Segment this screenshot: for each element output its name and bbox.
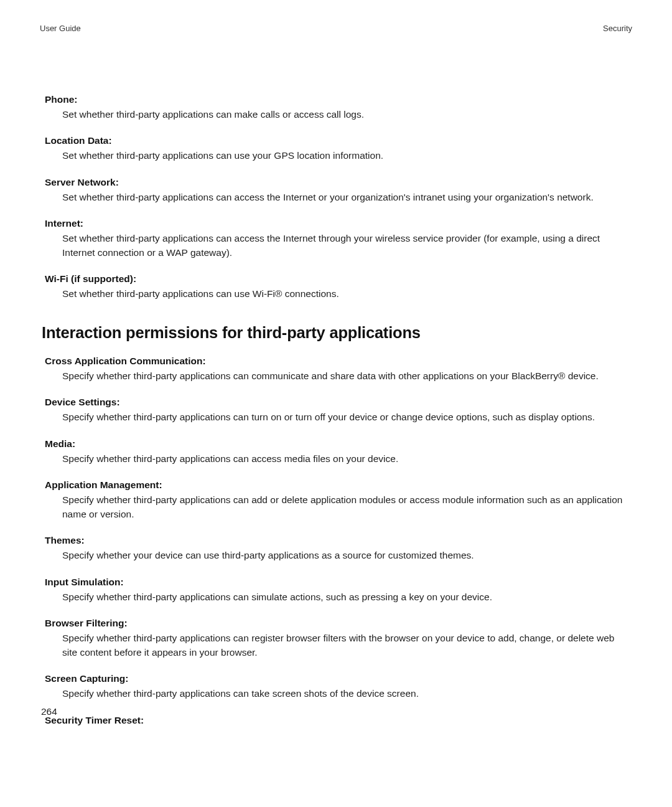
definition-title: Internet: xyxy=(45,218,632,229)
definition-item: Screen Capturing:Specify whether third-p… xyxy=(45,673,632,701)
definition-title: Wi-Fi (if supported): xyxy=(45,273,632,285)
definition-description: Specify whether third-party applications… xyxy=(45,369,632,383)
definition-item: Cross Application Communication:Specify … xyxy=(45,356,632,383)
definition-title: Media: xyxy=(45,438,632,450)
definition-title: Phone: xyxy=(45,94,632,105)
definition-title: Security Timer Reset: xyxy=(45,715,632,726)
section-heading: Interaction permissions for third-party … xyxy=(40,324,632,342)
definition-title: Application Management: xyxy=(45,479,632,491)
definition-title: Device Settings: xyxy=(45,397,632,408)
definition-description: Specify whether third-party applications… xyxy=(45,452,632,466)
definition-item: Internet:Set whether third-party applica… xyxy=(45,218,632,260)
header-right: Security xyxy=(603,24,632,33)
definition-item: Device Settings:Specify whether third-pa… xyxy=(45,397,632,424)
definition-description: Set whether third-party applications can… xyxy=(45,232,632,260)
definition-description: Set whether third-party applications can… xyxy=(45,287,632,301)
definition-title: Input Simulation: xyxy=(45,577,632,588)
definition-description: Specify whether third-party applications… xyxy=(45,631,632,659)
page-content: User Guide Security Phone:Set whether th… xyxy=(0,0,672,726)
definition-item: Media:Specify whether third-party applic… xyxy=(45,438,632,466)
definition-title: Browser Filtering: xyxy=(45,618,632,629)
definition-item: Themes:Specify whether your device can u… xyxy=(45,535,632,562)
definition-item: Security Timer Reset: xyxy=(45,715,632,726)
definition-title: Cross Application Communication: xyxy=(45,356,632,367)
header-left: User Guide xyxy=(40,24,81,33)
definition-description: Set whether third-party applications can… xyxy=(45,108,632,121)
top-items-block: Phone:Set whether third-party applicatio… xyxy=(40,94,632,301)
definition-item: Input Simulation:Specify whether third-p… xyxy=(45,577,632,604)
page-header: User Guide Security xyxy=(40,24,632,33)
definition-description: Specify whether your device can use thir… xyxy=(45,549,632,562)
definition-item: Location Data:Set whether third-party ap… xyxy=(45,135,632,163)
definition-title: Screen Capturing: xyxy=(45,673,632,684)
definition-description: Specify whether third-party applications… xyxy=(45,410,632,424)
definition-description: Specify whether third-party applications… xyxy=(45,687,632,701)
definition-item: Server Network:Set whether third-party a… xyxy=(45,177,632,204)
definition-item: Wi-Fi (if supported):Set whether third-p… xyxy=(45,273,632,301)
definition-title: Location Data: xyxy=(45,135,632,146)
definition-description: Specify whether third-party applications… xyxy=(45,493,632,521)
definition-description: Specify whether third-party applications… xyxy=(45,590,632,604)
definition-item: Browser Filtering:Specify whether third-… xyxy=(45,618,632,659)
page-number: 264 xyxy=(41,706,57,717)
definition-item: Phone:Set whether third-party applicatio… xyxy=(45,94,632,121)
definition-title: Themes: xyxy=(45,535,632,546)
definition-item: Application Management:Specify whether t… xyxy=(45,479,632,521)
bottom-items-block: Cross Application Communication:Specify … xyxy=(40,356,632,726)
definition-description: Set whether third-party applications can… xyxy=(45,191,632,204)
definition-description: Set whether third-party applications can… xyxy=(45,149,632,163)
definition-title: Server Network: xyxy=(45,177,632,188)
